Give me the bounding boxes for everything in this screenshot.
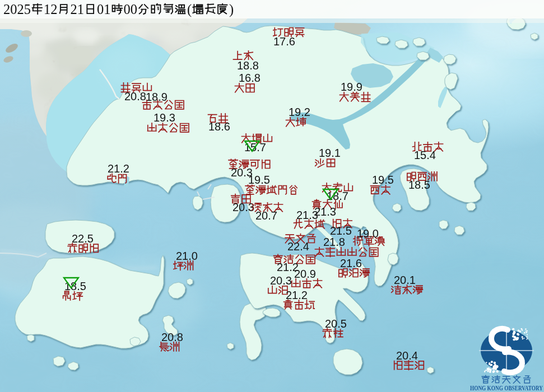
svg-text:21.3: 21.3 (296, 209, 318, 221)
svg-text:21.2: 21.2 (286, 289, 308, 301)
svg-text:19.5: 19.5 (372, 174, 394, 186)
svg-text:01: 01 (97, 2, 111, 17)
svg-text:18.8: 18.8 (237, 59, 259, 72)
svg-text:16.8: 16.8 (239, 72, 261, 84)
svg-text:21.8: 21.8 (323, 236, 345, 248)
svg-text:21.6: 21.6 (340, 257, 362, 269)
svg-text:21: 21 (71, 2, 85, 17)
svg-text:12: 12 (44, 2, 58, 17)
svg-text:20.5: 20.5 (325, 318, 347, 330)
svg-text:19.3: 19.3 (154, 111, 175, 124)
svg-text:00: 00 (124, 2, 138, 17)
svg-text:19.1: 19.1 (319, 147, 341, 159)
svg-text:22.4: 22.4 (287, 240, 309, 253)
svg-text:20.9: 20.9 (294, 268, 316, 280)
svg-text:19.5: 19.5 (248, 174, 270, 186)
svg-text:20.3: 20.3 (233, 201, 254, 213)
svg-text:(: ( (187, 2, 192, 17)
svg-text:18.5: 18.5 (408, 179, 430, 191)
svg-text:20.1: 20.1 (394, 274, 416, 286)
svg-text:20.8: 20.8 (124, 90, 146, 102)
svg-text:20.3: 20.3 (270, 274, 292, 287)
svg-text:21.5: 21.5 (330, 225, 352, 237)
svg-text:18.6: 18.6 (208, 120, 230, 133)
svg-text:19.0: 19.0 (357, 227, 379, 240)
svg-text:HONG KONG OBSERVATORY: HONG KONG OBSERVATORY (470, 384, 543, 392)
svg-text:21.0: 21.0 (176, 250, 198, 262)
svg-text:22.5: 22.5 (72, 232, 94, 245)
svg-text:2025: 2025 (3, 2, 31, 17)
svg-text:20.7: 20.7 (255, 209, 277, 222)
svg-text:): ) (229, 2, 234, 17)
svg-text:18.7: 18.7 (327, 190, 348, 202)
svg-text:21.2: 21.2 (108, 162, 129, 175)
svg-text:17.6: 17.6 (273, 35, 295, 48)
svg-text:19.2: 19.2 (289, 106, 310, 118)
svg-text:15.4: 15.4 (414, 149, 436, 161)
svg-text:20.8: 20.8 (161, 331, 183, 343)
svg-text:20.4: 20.4 (396, 349, 418, 362)
svg-text:18.9: 18.9 (146, 91, 168, 103)
svg-text:19.9: 19.9 (341, 81, 362, 93)
